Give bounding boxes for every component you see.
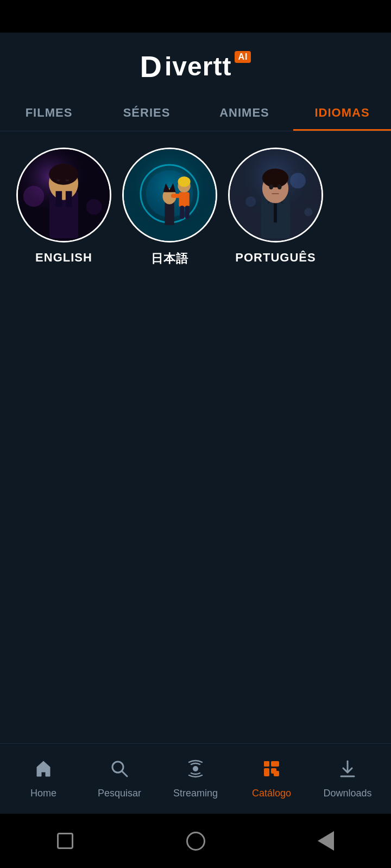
svg-point-26 [290, 173, 306, 188]
language-circle-japanese [122, 148, 217, 242]
nav-item-search[interactable]: Pesquisar [81, 759, 157, 799]
svg-rect-7 [56, 191, 62, 207]
home-icon [34, 759, 53, 783]
svg-rect-48 [274, 771, 279, 776]
svg-rect-8 [66, 191, 72, 207]
nav-label-streaming: Streaming [173, 788, 218, 799]
svg-point-23 [178, 176, 190, 187]
language-label-english: ENGLISH [35, 251, 92, 265]
app-header: D ivertt AI [0, 33, 391, 95]
logo-ai-badge: AI [235, 51, 251, 63]
language-label-portuguese: PORTUGUÊS [235, 251, 316, 265]
logo-text: ivertt [165, 52, 231, 81]
language-circle-english [16, 148, 111, 242]
svg-point-4 [49, 164, 78, 185]
android-recents-button[interactable] [52, 827, 79, 854]
svg-rect-32 [274, 202, 277, 223]
svg-rect-20 [171, 194, 180, 198]
nav-label-home: Home [30, 788, 56, 799]
svg-rect-37 [272, 193, 279, 194]
bottom-nav: Home Pesquisar Streaming [0, 743, 391, 814]
language-item-japanese[interactable]: 日本語 [122, 148, 217, 267]
android-back-button[interactable] [312, 827, 339, 854]
nav-item-catalog[interactable]: Catálogo [234, 759, 310, 799]
language-grid: ENGLISH [0, 131, 391, 283]
language-item-english[interactable]: ENGLISH [16, 148, 111, 267]
main-content [0, 283, 391, 706]
logo-d: D [140, 49, 162, 84]
svg-point-28 [304, 208, 312, 216]
svg-point-35 [269, 184, 273, 190]
status-bar [0, 0, 391, 33]
nav-label-search: Pesquisar [98, 788, 141, 799]
svg-point-27 [245, 196, 256, 207]
tab-idiomas[interactable]: IDIOMAS [293, 95, 391, 131]
svg-line-39 [122, 771, 127, 776]
language-item-portuguese[interactable]: PORTUGUÊS [228, 148, 323, 267]
search-icon [110, 759, 129, 783]
svg-point-40 [193, 766, 198, 771]
tab-filmes[interactable]: FILMES [0, 95, 98, 131]
nav-label-downloads: Downloads [323, 788, 371, 799]
svg-rect-47 [264, 771, 269, 776]
svg-point-9 [23, 186, 45, 207]
downloads-icon [338, 759, 357, 783]
android-nav-bar [0, 814, 391, 868]
nav-item-home[interactable]: Home [5, 759, 81, 799]
nav-tabs: FILMES SÉRIES ANIMES IDIOMAS [0, 95, 391, 131]
android-home-button[interactable] [182, 827, 209, 854]
nav-item-downloads[interactable]: Downloads [310, 759, 386, 799]
language-circle-portuguese [228, 148, 323, 242]
svg-rect-6 [66, 180, 69, 181]
nav-item-streaming[interactable]: Streaming [157, 759, 234, 799]
tab-series[interactable]: SÉRIES [98, 95, 195, 131]
svg-rect-21 [180, 206, 184, 219]
catalog-icon [262, 759, 281, 783]
language-label-japanese: 日本語 [151, 251, 188, 267]
tab-animes[interactable]: ANIMES [195, 95, 293, 131]
nav-label-catalog: Catálogo [252, 788, 291, 799]
app-logo: D ivertt AI [140, 49, 251, 84]
svg-point-34 [262, 169, 288, 188]
svg-rect-22 [185, 206, 190, 219]
svg-point-10 [86, 199, 102, 215]
svg-rect-45 [264, 761, 269, 767]
svg-rect-46 [274, 761, 279, 767]
svg-rect-19 [179, 192, 189, 207]
svg-point-36 [278, 184, 282, 190]
streaming-icon [186, 759, 205, 783]
svg-rect-5 [56, 180, 60, 181]
